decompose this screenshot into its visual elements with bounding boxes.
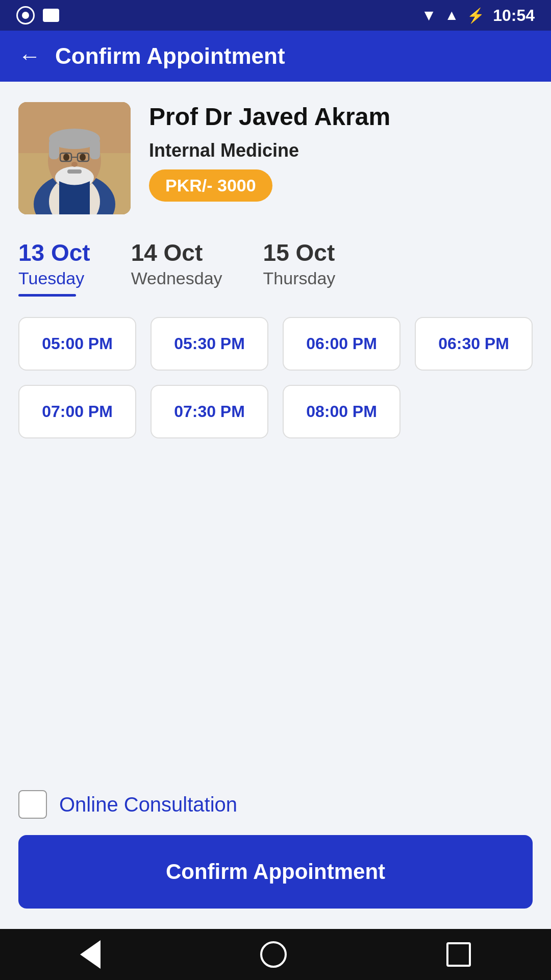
wifi-icon: ▼ bbox=[421, 7, 437, 24]
status-bar: ▼ ▲ ⚡ 10:54 bbox=[0, 0, 551, 31]
online-consultation-checkbox[interactable] bbox=[18, 790, 47, 819]
bottom-navigation bbox=[0, 929, 551, 980]
sd-card-icon bbox=[43, 9, 59, 22]
date-item-oct13[interactable]: 13 Oct Tuesday bbox=[18, 239, 90, 288]
time-slot-6[interactable]: 07:30 PM bbox=[151, 385, 268, 438]
date-day-oct15: Thursday bbox=[263, 268, 336, 288]
back-button[interactable]: ← bbox=[18, 45, 41, 67]
spacer bbox=[18, 459, 533, 772]
doctor-info: Prof Dr Javed Akram Internal Medicine PK… bbox=[149, 102, 390, 202]
time-display: 10:54 bbox=[493, 6, 535, 25]
status-left-icons bbox=[16, 6, 59, 24]
recent-square-icon bbox=[446, 942, 471, 967]
doctor-specialty: Internal Medicine bbox=[149, 140, 390, 161]
date-day-oct14: Wednesday bbox=[131, 268, 222, 288]
circle-status-icon bbox=[16, 6, 35, 24]
page-title: Confirm Appointment bbox=[55, 43, 285, 69]
svg-point-8 bbox=[63, 154, 69, 161]
recent-nav-button[interactable] bbox=[446, 942, 471, 967]
time-slot-5[interactable]: 07:00 PM bbox=[18, 385, 136, 438]
doctor-photo bbox=[18, 102, 131, 214]
date-number-oct13: 13 Oct bbox=[18, 239, 90, 266]
svg-rect-16 bbox=[49, 139, 59, 159]
date-item-oct15[interactable]: 15 Oct Thursday bbox=[263, 239, 336, 288]
back-nav-button[interactable] bbox=[80, 940, 101, 969]
time-slot-7[interactable]: 08:00 PM bbox=[283, 385, 400, 438]
home-nav-button[interactable] bbox=[260, 941, 287, 968]
doctor-card: Prof Dr Javed Akram Internal Medicine PK… bbox=[18, 102, 533, 214]
doctor-name: Prof Dr Javed Akram bbox=[149, 102, 390, 132]
top-navigation: ← Confirm Appointment bbox=[0, 31, 551, 82]
date-selector: 13 Oct Tuesday 14 Oct Wednesday 15 Oct T… bbox=[18, 239, 533, 292]
price-badge: PKR/- 3000 bbox=[149, 169, 272, 202]
consultation-label: Online Consultation bbox=[59, 793, 237, 816]
confirm-appointment-button[interactable]: Confirm Appointment bbox=[18, 835, 533, 909]
status-right-icons: ▼ ▲ ⚡ 10:54 bbox=[421, 6, 535, 25]
time-slot-4[interactable]: 06:30 PM bbox=[415, 317, 533, 371]
date-number-oct14: 14 Oct bbox=[131, 239, 203, 266]
time-slot-2[interactable]: 05:30 PM bbox=[151, 317, 268, 371]
main-content: Prof Dr Javed Akram Internal Medicine PK… bbox=[0, 82, 551, 929]
time-slot-1[interactable]: 05:00 PM bbox=[18, 317, 136, 371]
circle-inner bbox=[22, 12, 29, 19]
svg-rect-14 bbox=[67, 169, 82, 174]
consultation-section: Online Consultation bbox=[18, 772, 533, 835]
svg-point-9 bbox=[80, 154, 86, 161]
back-triangle-icon bbox=[80, 940, 101, 969]
svg-point-13 bbox=[71, 162, 78, 167]
date-number-oct15: 15 Oct bbox=[263, 239, 335, 266]
date-day-oct13: Tuesday bbox=[18, 268, 84, 288]
date-item-oct14[interactable]: 14 Oct Wednesday bbox=[131, 239, 222, 288]
svg-rect-17 bbox=[90, 139, 100, 159]
signal-icon: ▲ bbox=[444, 7, 459, 23]
time-slots-grid: 05:00 PM 05:30 PM 06:00 PM 06:30 PM 07:0… bbox=[18, 317, 533, 438]
time-slot-3[interactable]: 06:00 PM bbox=[283, 317, 400, 371]
home-circle-icon bbox=[260, 941, 287, 968]
battery-icon: ⚡ bbox=[467, 7, 485, 24]
